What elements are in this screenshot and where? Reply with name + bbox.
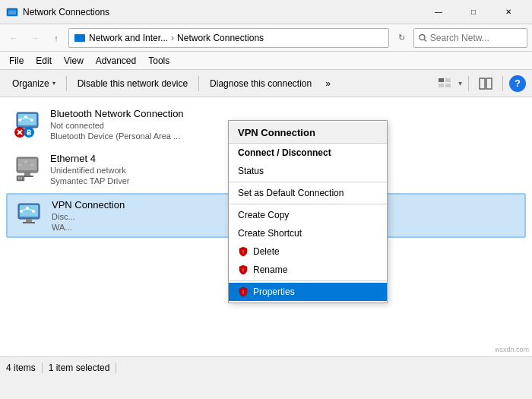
search-input[interactable]: [430, 33, 522, 43]
view-chevron: ▾: [458, 79, 462, 87]
more-button[interactable]: »: [319, 73, 337, 94]
toolbar-sep1: [66, 76, 67, 91]
address-part1: Network and Inter...: [89, 33, 168, 43]
svg-text:!: !: [242, 249, 244, 255]
svg-text:!: !: [242, 290, 244, 295]
maximize-button[interactable]: □: [456, 0, 491, 24]
title-bar: Network Connections — □ ✕: [0, 0, 532, 24]
main-content: Ƀ Bluetooth Network Connection Not conne…: [0, 97, 532, 378]
close-button[interactable]: ✕: [491, 0, 526, 24]
toolbar-sep2: [198, 76, 199, 91]
context-properties[interactable]: ! Properties: [229, 283, 387, 301]
back-button[interactable]: ←: [5, 29, 23, 47]
pane-icon: [478, 76, 493, 91]
help-button[interactable]: ?: [509, 75, 526, 92]
menu-edit[interactable]: Edit: [30, 54, 58, 68]
context-default-connection[interactable]: Set as Default Connection: [229, 184, 387, 202]
disable-label: Disable this network device: [78, 78, 188, 89]
svg-rect-10: [445, 84, 451, 87]
search-icon: [419, 33, 427, 43]
vpn-icon: [14, 201, 44, 231]
menu-advanced[interactable]: Advanced: [90, 54, 142, 68]
svg-point-33: [30, 163, 33, 166]
view-options-button[interactable]: [434, 73, 455, 94]
vpn-name: VPN Connection: [52, 199, 125, 211]
refresh-button[interactable]: ↻: [392, 29, 410, 47]
vpn-device: WA...: [52, 223, 125, 232]
svg-rect-3: [74, 34, 85, 42]
svg-rect-38: [18, 177, 20, 179]
ethernet-status: Unidentified network: [50, 166, 130, 175]
svg-rect-12: [486, 78, 492, 89]
address-bar: ← → ↑ Network and Inter... › Network Con…: [0, 24, 532, 52]
pane-toggle-button[interactable]: [475, 73, 496, 94]
status-label: Status: [238, 166, 264, 176]
items-count: 4 items: [6, 363, 43, 373]
organize-button[interactable]: Organize ▾: [6, 73, 62, 94]
context-create-copy[interactable]: Create Copy: [229, 206, 387, 224]
diagnose-label: Diagnose this connection: [210, 78, 312, 89]
default-connection-label: Set as Default Connection: [238, 188, 344, 198]
svg-rect-34: [24, 173, 30, 176]
svg-rect-7: [439, 78, 444, 82]
svg-point-44: [26, 207, 29, 210]
search-box[interactable]: [413, 28, 527, 48]
delete-label: Delete: [253, 246, 280, 257]
svg-point-18: [18, 119, 21, 122]
svg-rect-47: [26, 219, 32, 222]
bluetooth-name: Bluetooth Network Connection: [50, 108, 184, 119]
address-icon: [74, 32, 86, 44]
ethernet-device: Symantec TAP Driver: [50, 176, 130, 185]
context-connect-disconnect[interactable]: Connect / Disconnect: [229, 144, 387, 162]
context-rename[interactable]: ! Rename: [229, 261, 387, 279]
organize-chevron: ▾: [52, 80, 55, 87]
context-sep1: [229, 182, 387, 182]
svg-point-17: [24, 116, 27, 119]
disable-button[interactable]: Disable this network device: [71, 73, 194, 94]
shield-rename-icon: !: [238, 264, 249, 275]
title-bar-controls: — □ ✕: [421, 0, 526, 24]
menu-file[interactable]: File: [3, 54, 30, 68]
menu-bar: File Edit View Advanced Tools: [0, 52, 532, 70]
menu-tools[interactable]: Tools: [142, 54, 176, 68]
svg-point-32: [18, 163, 21, 166]
svg-point-31: [24, 160, 27, 163]
context-menu: VPN Connection Connect / Disconnect Stat…: [228, 120, 388, 303]
vpn-status: Disc...: [52, 212, 125, 221]
shield-properties-icon: !: [238, 287, 249, 297]
toolbar-right: ▾ ?: [434, 73, 526, 94]
svg-rect-9: [439, 84, 444, 87]
context-delete[interactable]: ! Delete: [229, 242, 387, 261]
ethernet-name: Ethernet 4: [50, 153, 130, 164]
minimize-button[interactable]: —: [421, 0, 456, 24]
diagnose-button[interactable]: Diagnose this connection: [204, 73, 318, 94]
more-label: »: [325, 78, 331, 89]
view-icon: [437, 76, 452, 91]
selected-count: 1 item selected: [43, 363, 117, 373]
svg-rect-39: [21, 177, 22, 179]
properties-label: Properties: [253, 287, 295, 297]
ethernet-info: Ethernet 4 Unidentified network Symantec…: [50, 153, 130, 185]
svg-point-19: [30, 119, 33, 122]
svg-point-46: [32, 210, 35, 213]
bluetooth-icon: Ƀ: [12, 109, 43, 140]
context-create-shortcut[interactable]: Create Shortcut: [229, 224, 387, 242]
bluetooth-info: Bluetooth Network Connection Not connect…: [50, 108, 184, 141]
svg-text:Ƀ: Ƀ: [27, 129, 31, 137]
status-bar: 4 items 1 item selected: [0, 356, 532, 378]
forward-button[interactable]: →: [26, 29, 44, 47]
svg-rect-11: [480, 78, 485, 89]
svg-point-5: [420, 34, 425, 40]
context-menu-header: VPN Connection: [229, 122, 387, 144]
create-copy-label: Create Copy: [238, 210, 289, 220]
context-status[interactable]: Status: [229, 162, 387, 180]
up-button[interactable]: ↑: [47, 29, 65, 47]
address-path[interactable]: Network and Inter... › Network Connectio…: [68, 28, 389, 48]
svg-rect-8: [445, 78, 451, 82]
address-part2: Network Connections: [177, 33, 264, 43]
organize-label: Organize: [12, 78, 49, 89]
shield-delete-icon: !: [238, 246, 249, 257]
svg-line-6: [424, 39, 426, 41]
toolbar-sep3: [468, 76, 469, 91]
menu-view[interactable]: View: [58, 54, 90, 68]
